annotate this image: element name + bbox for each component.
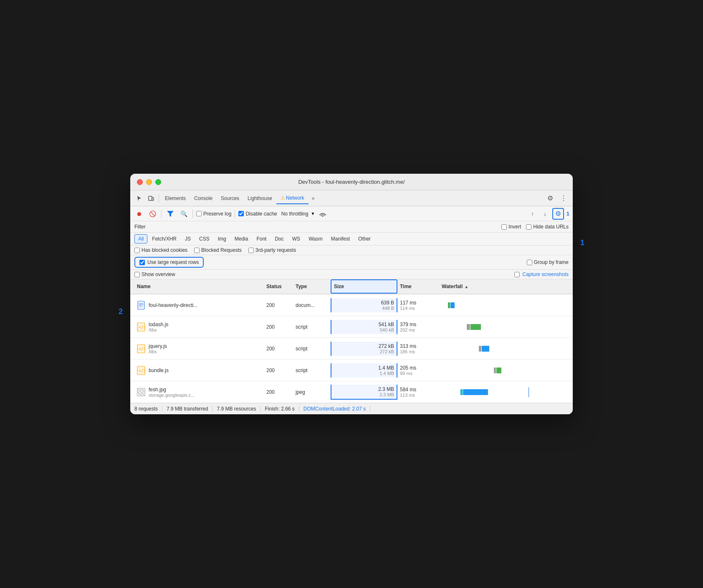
- td-type-4: jpeg: [293, 388, 331, 397]
- th-type[interactable]: Type: [293, 279, 331, 294]
- network-settings-button[interactable]: ⚙: [552, 208, 564, 220]
- file-subtitle-1: /libs: [149, 327, 168, 332]
- td-status-2: 200: [264, 344, 293, 353]
- filter-all[interactable]: All: [134, 234, 147, 243]
- file-subtitle-2: /libs: [149, 349, 167, 354]
- search-icon[interactable]: 🔍: [178, 208, 189, 219]
- table-row[interactable]: </> lodash.js /libs 200 script 541 kB 54…: [130, 316, 573, 338]
- td-status-3: 200: [264, 366, 293, 375]
- hide-data-urls-label: Hide data URLs: [533, 224, 569, 230]
- td-status-4: 200: [264, 388, 293, 397]
- resources-size: 7.9 MB resources: [212, 406, 260, 412]
- tab-console[interactable]: Console: [190, 193, 217, 204]
- invert-group: Invert: [501, 224, 521, 230]
- svg-text:</>: </>: [139, 325, 145, 329]
- script-icon: </>: [137, 322, 145, 332]
- svg-text:</>: </>: [139, 347, 145, 351]
- td-name-0: foul-heavenly-directi...: [134, 299, 264, 312]
- filter-manifest[interactable]: Manifest: [327, 234, 354, 243]
- invert-checkbox[interactable]: [501, 224, 507, 230]
- th-status[interactable]: Status: [264, 279, 293, 294]
- devtools-tab-bar: Elements Console Sources Lighthouse ⚠Net…: [130, 190, 573, 206]
- network-toolbar: ⏺ 🚫 🔍 Preserve log Disable cache No thro…: [130, 206, 573, 221]
- third-party-checkbox[interactable]: [248, 248, 254, 253]
- filter-media[interactable]: Media: [231, 234, 252, 243]
- filter-doc[interactable]: Doc: [271, 234, 287, 243]
- th-size[interactable]: Size: [331, 279, 397, 294]
- transferred-size: 7.9 MB transferred: [162, 406, 212, 412]
- tab-sources[interactable]: Sources: [217, 193, 243, 204]
- tab-network[interactable]: ⚠Network: [276, 193, 309, 204]
- throttle-arrow[interactable]: ▼: [311, 211, 315, 216]
- td-time-1: 379 ms 202 ms: [397, 320, 439, 334]
- has-blocked-cookies-checkbox[interactable]: [134, 248, 140, 253]
- filter-type-bar: All Fetch/XHR JS CSS Img Media Font Doc …: [130, 233, 573, 246]
- settings-icon[interactable]: ⚙: [544, 193, 556, 204]
- filter-icon[interactable]: [165, 208, 176, 219]
- filter-js[interactable]: JS: [181, 234, 195, 243]
- file-name-0: foul-heavenly-directi...: [149, 302, 197, 308]
- td-name-3: </> bundle.js: [134, 364, 264, 377]
- td-waterfall-0: [439, 299, 569, 312]
- file-name-4: fesh.jpg: [149, 387, 195, 393]
- table-row[interactable]: </> bundle.js 200 script 1.4 MB 1.4 MB: [130, 360, 573, 381]
- upload-icon[interactable]: ↑: [527, 208, 538, 219]
- use-large-rows-checkbox[interactable]: [139, 260, 145, 265]
- td-time-4: 584 ms 113 ms: [397, 385, 439, 399]
- table-row[interactable]: fesh.jpg storage.googleapis.c... 200 jpe…: [130, 381, 573, 403]
- tab-elements[interactable]: Elements: [161, 193, 190, 204]
- filter-other[interactable]: Other: [354, 234, 374, 243]
- more-options-icon[interactable]: ⋮: [558, 193, 569, 204]
- td-name-4: fesh.jpg storage.googleapis.c...: [134, 385, 264, 399]
- window-title: DevTools - foul-heavenly-direction.glitc…: [298, 179, 405, 185]
- filter-wasm[interactable]: Wasm: [305, 234, 326, 243]
- table-row[interactable]: </> jquery.js /libs 200 script 272 kB 27…: [130, 338, 573, 360]
- filter-img[interactable]: Img: [214, 234, 230, 243]
- group-by-frame-checkbox[interactable]: [527, 260, 532, 265]
- close-button[interactable]: [137, 179, 143, 185]
- table-header: Name Status Type Size Time Waterfall ▲: [130, 279, 573, 294]
- td-size-4: 2.3 MB 2.3 MB: [331, 385, 397, 400]
- disable-cache-checkbox[interactable]: [238, 211, 244, 216]
- disable-cache-group: Disable cache: [238, 211, 277, 217]
- device-icon[interactable]: [145, 193, 157, 204]
- filter-fetch-xhr[interactable]: Fetch/XHR: [148, 234, 180, 243]
- tab-divider: [159, 194, 159, 203]
- clear-button[interactable]: 🚫: [147, 208, 158, 219]
- svg-text:</>: </>: [139, 368, 145, 373]
- blocked-requests-checkbox[interactable]: [194, 248, 200, 253]
- filter-css[interactable]: CSS: [195, 234, 213, 243]
- maximize-button[interactable]: [155, 179, 161, 185]
- cursor-icon[interactable]: [134, 193, 145, 204]
- td-size-2: 272 kB 272 kB: [331, 342, 397, 356]
- th-time[interactable]: Time: [397, 279, 439, 294]
- th-name[interactable]: Name: [134, 279, 264, 294]
- script-icon-3: </>: [137, 365, 145, 375]
- dom-content-loaded: DOMContentLoaded: 2.07 s: [299, 406, 370, 412]
- td-name-2: </> jquery.js /libs: [134, 342, 264, 356]
- capture-screenshots-checkbox[interactable]: [514, 272, 520, 277]
- minimize-button[interactable]: [146, 179, 152, 185]
- preserve-log-checkbox[interactable]: [196, 211, 202, 216]
- download-icon[interactable]: ↓: [540, 208, 551, 219]
- table-row[interactable]: foul-heavenly-directi... 200 docum... 63…: [130, 294, 573, 316]
- tab-right-actions: ⚙ ⋮: [544, 193, 569, 204]
- td-waterfall-3: [439, 364, 569, 377]
- network-conditions-icon[interactable]: [317, 208, 328, 219]
- doc-icon: [137, 300, 145, 310]
- tab-lighthouse[interactable]: Lighthouse: [243, 193, 276, 204]
- file-subtitle-4: storage.googleapis.c...: [149, 393, 195, 398]
- record-button[interactable]: ⏺: [134, 208, 144, 219]
- filter-ws[interactable]: WS: [288, 234, 304, 243]
- th-waterfall[interactable]: Waterfall ▲: [439, 279, 569, 294]
- large-rows-section: Use large request rows: [134, 257, 204, 268]
- file-name-3: bundle.js: [149, 368, 169, 373]
- toolbar-sep-3: [235, 210, 235, 218]
- filter-font[interactable]: Font: [253, 234, 270, 243]
- toolbar-sep-2: [192, 210, 193, 218]
- hide-data-urls-checkbox[interactable]: [526, 224, 531, 230]
- filter-bar: Filter Invert Hide data URLs: [130, 221, 573, 233]
- show-overview-checkbox[interactable]: [134, 272, 140, 277]
- use-large-rows-label[interactable]: Use large request rows: [134, 257, 204, 268]
- tab-more[interactable]: »: [309, 194, 318, 203]
